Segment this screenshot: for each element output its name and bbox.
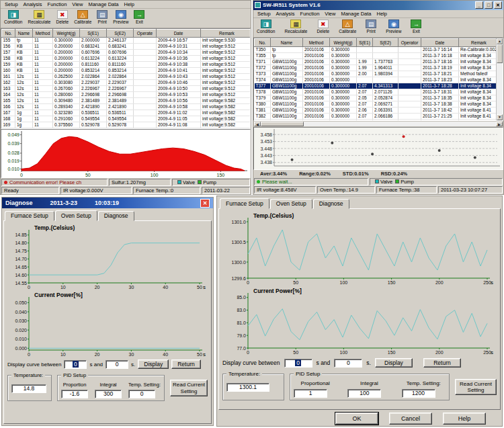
menu-view[interactable]: View xyxy=(69,1,85,7)
toolbar-button-delete[interactable]: ✖Delete xyxy=(315,19,331,34)
toolbar-button-delete[interactable]: ✖Delete xyxy=(54,9,70,25)
column-header[interactable]: No. xyxy=(255,38,271,46)
read-current-setting-button[interactable]: Read Current Setting xyxy=(455,379,497,395)
scroll-up-icon[interactable] xyxy=(497,38,503,44)
tab-diagnose[interactable]: Diagnose xyxy=(98,211,134,221)
maximize-button[interactable] xyxy=(485,1,493,9)
column-header[interactable]: No. xyxy=(2,29,15,37)
menu-help[interactable]: Help xyxy=(374,11,389,17)
column-header[interactable]: Method xyxy=(33,29,53,37)
menu-help[interactable]: Help xyxy=(121,1,136,7)
menu-manage-data[interactable]: Manage Data xyxy=(338,11,374,17)
toolbar-button-preview[interactable]: ◉Preview xyxy=(112,9,130,25)
horizontal-scrollbar[interactable] xyxy=(253,121,503,127)
table-row[interactable]: 1681g110.2910600.5495540.5495542009-4-9 … xyxy=(2,116,251,122)
table-row[interactable]: T373GBW11100g200101060.3000002.001.98039… xyxy=(255,71,499,77)
tab-furnace-setup[interactable]: Furnace Setup xyxy=(220,198,269,209)
table-row[interactable]: T378GBW11100g200101060.3000002.072.07112… xyxy=(255,89,499,95)
table-row[interactable]: T377GBW11100g200101060.3000002.074.34131… xyxy=(255,83,499,89)
temp-setting-input[interactable]: 0 xyxy=(128,390,155,398)
tab-oven-setup[interactable]: Oven Setup xyxy=(270,199,312,209)
toolbar-button-recalculate[interactable]: ▦Recalculate xyxy=(26,9,52,25)
column-header[interactable]: Weight(g) xyxy=(330,38,357,46)
column-header[interactable]: S(E2) xyxy=(107,29,134,37)
table-row[interactable]: T379GBW11100g200101060.3000002.052.05287… xyxy=(255,95,499,101)
column-header[interactable]: S(E2) xyxy=(373,38,398,46)
menu-function[interactable]: Function xyxy=(298,11,323,17)
temp-setting-input[interactable]: 1200 xyxy=(402,389,435,398)
table-row[interactable]: T374GBW11100g200101060.3000002011-3-7 18… xyxy=(255,77,499,83)
close-button[interactable] xyxy=(200,199,210,208)
ok-button[interactable]: OK xyxy=(335,413,378,425)
column-header[interactable]: Date xyxy=(421,38,459,46)
toolbar-button-print[interactable]: ▤Print xyxy=(364,19,378,34)
table-row[interactable]: 16512s110.3094802.3814892.3814892009-4-9… xyxy=(2,97,251,103)
scroll-down-icon[interactable] xyxy=(497,114,503,120)
toolbar-button-calibrate[interactable]: △Calibrate xyxy=(337,19,358,34)
table-row[interactable]: 1671g110.3232800.5365110.5365112009-4-9 … xyxy=(2,110,251,116)
column-header[interactable]: Remark xyxy=(459,38,499,46)
curve-from-input[interactable]: 0 xyxy=(64,360,87,369)
vertical-scrollbar[interactable] xyxy=(496,38,503,121)
table-row[interactable]: 1691g110.3755600.5290780.5290782009-4-9 … xyxy=(2,122,251,128)
menu-manage-data[interactable]: Manage Data xyxy=(85,1,121,7)
toolbar-button-exit[interactable]: →Exit xyxy=(409,19,423,34)
scroll-thumb[interactable] xyxy=(497,44,503,63)
table-row[interactable]: 16112s110.2625002.0228642.0228642009-4-9… xyxy=(2,73,251,79)
curve-to-input[interactable]: 0 xyxy=(334,359,362,368)
table-row[interactable]: T350tp200101060.3000002011-3-7 16:14Re-C… xyxy=(255,46,499,52)
curve-from-input[interactable]: 0 xyxy=(284,359,312,368)
column-header[interactable]: Date xyxy=(157,29,201,37)
integral-input[interactable]: 300 xyxy=(95,390,122,398)
table-row[interactable]: T380GBW11100g200101060.3000002.072.06927… xyxy=(255,101,499,107)
display-button[interactable]: Display xyxy=(375,358,413,368)
column-header[interactable]: S(E1) xyxy=(357,38,373,46)
column-header[interactable]: Operate xyxy=(134,29,157,37)
table-row[interactable]: 158KB110.2000000.6132240.6132242009-4-9 … xyxy=(2,55,251,61)
scroll-left-icon[interactable] xyxy=(254,122,261,126)
minimize-button[interactable] xyxy=(475,1,483,9)
table-row[interactable]: 16612s110.2893402.4218902.4218902009-4-9… xyxy=(2,103,251,110)
tab-furnace-setup[interactable]: Furnace Setup xyxy=(5,211,54,221)
column-header[interactable]: Name xyxy=(15,29,33,37)
table-row[interactable]: T372GBW11100g200101060.3000001.991.96401… xyxy=(255,65,499,71)
toolbar-button-print[interactable]: ▤Print xyxy=(95,9,109,25)
table-row[interactable]: 155tp110.3000002.0000002.2461372009-4-9 … xyxy=(2,37,251,43)
table-row[interactable]: T381GBW11100g200101060.3000002.062.06339… xyxy=(255,107,499,113)
column-header[interactable]: Remark xyxy=(201,29,251,37)
tab-diagnose[interactable]: Diagnose xyxy=(313,199,349,209)
toolbar-button-preview[interactable]: ◉Preview xyxy=(384,19,403,34)
table-row[interactable]: T355tp200101060.3000002011-3-7 16:18Init… xyxy=(255,52,499,58)
table-row[interactable]: 16312s110.2670602.2269672.2269672009-4-9… xyxy=(2,85,251,91)
table-row[interactable]: 16412s110.2800602.2966982.2966982009-4-9… xyxy=(2,91,251,97)
menu-setup[interactable]: Setup xyxy=(255,11,274,17)
table-row[interactable]: 16212s110.3030802.2290372.2290372009-4-9… xyxy=(2,79,251,85)
column-header[interactable]: Weight(g) xyxy=(53,29,80,37)
temperature-readout[interactable]: 14.8 xyxy=(11,384,46,393)
table-row[interactable]: 160KB110.2000000.8532140.8532142009-4-9 … xyxy=(2,67,251,73)
toolbar-button-condition[interactable]: ◨Condition xyxy=(3,9,24,25)
help-button[interactable]: Help xyxy=(443,413,486,425)
scroll-thumb[interactable] xyxy=(261,122,304,126)
toolbar-button-calibrate[interactable]: △Calibrate xyxy=(73,9,93,25)
menu-setup[interactable]: Setup xyxy=(2,1,21,7)
close-button[interactable] xyxy=(494,1,502,9)
toolbar-button-recalculate[interactable]: ▦Recalculate xyxy=(283,19,308,34)
display-button[interactable]: Display xyxy=(138,359,169,369)
column-header[interactable]: S(E1) xyxy=(80,29,107,37)
tab-oven-setup[interactable]: Oven Setup xyxy=(55,210,97,221)
return-button[interactable]: Return xyxy=(423,358,461,368)
cancel-button[interactable]: Cancel xyxy=(389,413,432,425)
menu-function[interactable]: Function xyxy=(45,1,70,7)
table-row[interactable]: 157KB110.2000000.6076960.6076962009-4-9 … xyxy=(2,49,251,55)
temperature-readout[interactable]: 1300.1 xyxy=(226,383,269,392)
menu-analysis[interactable]: Analysis xyxy=(21,1,45,7)
column-header[interactable]: Operator xyxy=(398,38,421,46)
return-button[interactable]: Return xyxy=(171,359,201,369)
table-row[interactable]: 1701g110.3255600.5494780.5494782009-4-9 … xyxy=(2,128,251,129)
table-row[interactable]: T371GBW11100g200101060.3000001.991.73776… xyxy=(255,58,499,65)
curve-to-input[interactable]: 0 xyxy=(106,360,128,369)
proportion-input[interactable]: -1.6 xyxy=(61,390,88,398)
proportional-input[interactable]: 1 xyxy=(294,389,327,398)
table-row[interactable]: 156KB110.2000000.6832410.6832412009-4-9 … xyxy=(2,43,251,49)
